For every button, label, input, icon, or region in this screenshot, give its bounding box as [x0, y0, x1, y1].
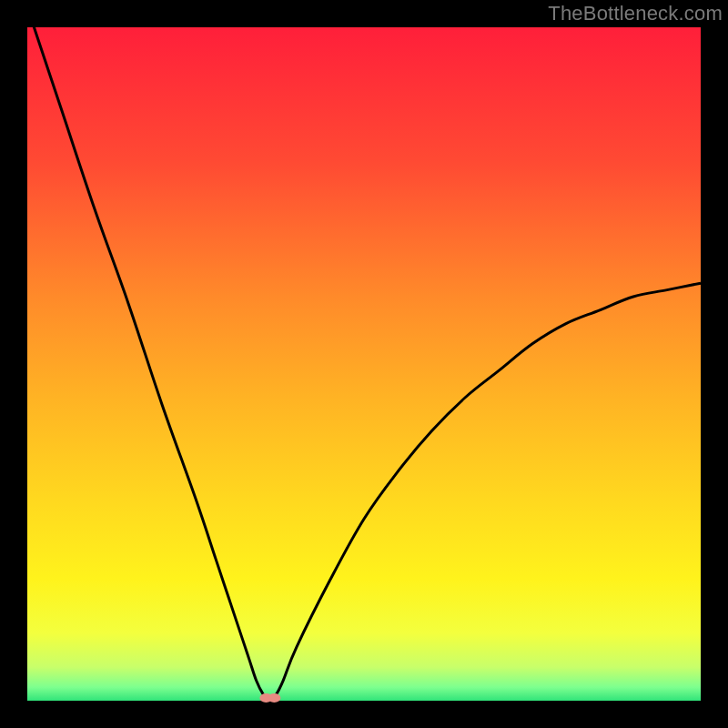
- chart-frame: TheBottleneck.com: [0, 0, 728, 728]
- svg-point-1: [268, 693, 280, 703]
- bottleneck-chart: [0, 0, 728, 728]
- plot-background: [27, 27, 701, 701]
- minimum-marker: [259, 693, 280, 703]
- attribution-text: TheBottleneck.com: [548, 2, 723, 25]
